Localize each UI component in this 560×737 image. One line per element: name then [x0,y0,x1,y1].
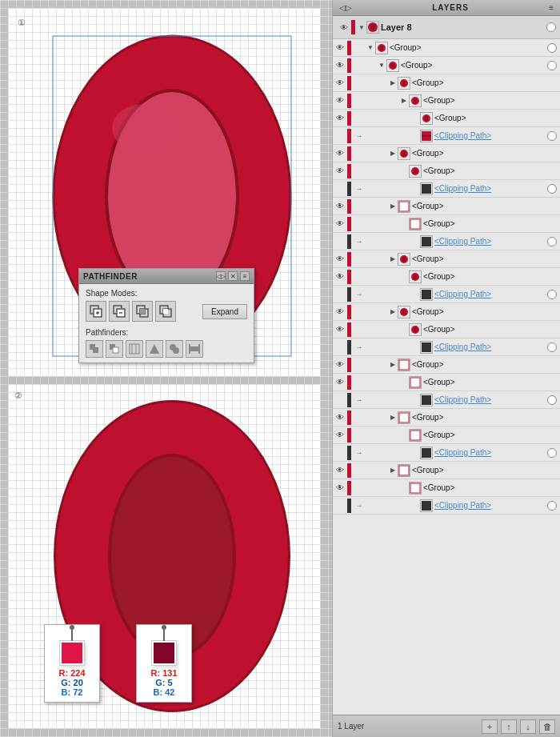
layer-triangle[interactable]: ▼ [366,43,375,53]
footer-btn-move-up[interactable]: ↑ [501,719,517,734]
layer-row[interactable]: 👁▶<Group> [333,198,560,215]
mode-intersect-btn[interactable] [132,301,153,322]
eye-icon[interactable] [333,391,347,409]
eye-icon[interactable]: 👁 [333,110,347,127]
footer-btn-move-down[interactable]: ↓ [520,719,536,734]
layer-row[interactable]: 👁▶<Group> [333,356,560,374]
eye-icon[interactable]: 👁 [333,303,347,321]
panel-menu-btn[interactable]: ≡ [240,271,250,281]
layer-triangle[interactable]: ▼ [377,61,386,70]
eye-icon[interactable]: 👁 [333,321,347,338]
layer-triangle[interactable]: ▶ [388,254,398,264]
layers-menu-icon[interactable]: ≡ [549,3,554,12]
layer-triangle[interactable] [399,166,409,176]
layer-row[interactable]: 👁▶<Group> [333,303,560,321]
layer-row[interactable]: 👁<Group> [333,374,560,391]
pf-btn-6[interactable] [186,340,203,358]
eye-icon[interactable]: 👁 [333,162,347,180]
layer-row[interactable]: 👁▶<Group> [333,74,560,92]
eye-icon[interactable]: 👁 [333,427,347,444]
eye-icon[interactable]: 👁 [333,145,347,162]
layer-triangle[interactable]: ▶ [388,360,398,370]
eye-icon[interactable]: 👁 [333,268,347,286]
layer-triangle[interactable] [399,272,409,282]
layer-row[interactable]: →<Clipping Path> [333,180,560,198]
layer-row[interactable]: 👁▶<Group> [333,409,560,427]
layer-row[interactable]: →<Clipping Path> [333,497,560,515]
layer-triangle[interactable] [410,114,420,123]
eye-icon[interactable]: 👁 [333,215,347,233]
pf-btn-1[interactable] [86,340,103,358]
mode-add-btn[interactable] [86,301,106,322]
pf-btn-3[interactable] [126,340,143,358]
eye-icon[interactable]: 👁 [333,39,347,57]
layer-triangle[interactable] [410,501,420,511]
mode-exclude-btn[interactable] [155,301,176,322]
layer-triangle[interactable]: ▶ [388,466,398,475]
eye-icon[interactable]: 👁 [333,409,347,427]
layer-row[interactable]: 👁<Group> [333,162,560,180]
pf-btn-5[interactable] [166,340,183,358]
eye-icon[interactable]: 👁 [333,462,347,479]
eye-icon[interactable]: 👁 [333,356,347,374]
collapse-icon[interactable]: ◁▷ [339,3,352,12]
layer-triangle[interactable] [399,378,409,387]
layer-row[interactable]: 👁<Group> [333,427,560,444]
eye-icon[interactable] [333,286,347,303]
panel-close-btn[interactable]: ✕ [228,271,238,281]
eye-icon[interactable] [333,180,347,198]
layer-triangle[interactable] [399,431,409,440]
pf-btn-2[interactable] [106,340,123,358]
layer-triangle[interactable] [399,219,409,229]
layer-row[interactable]: 👁<Group> [333,110,560,127]
layer-triangle[interactable]: ▶ [388,202,398,211]
eye-icon[interactable]: 👁 [333,479,347,497]
layer-row[interactable]: 👁▶<Group> [333,462,560,479]
layer-triangle[interactable]: ▶ [399,96,409,106]
layer-triangle[interactable] [410,237,420,246]
panel-resize-btn[interactable]: ◁▷ [216,271,226,281]
eye-icon[interactable] [333,127,347,145]
footer-btn-delete[interactable]: 🗑 [539,719,555,734]
eye-icon[interactable]: 👁 [333,198,347,215]
layer-triangle[interactable] [410,395,420,405]
layer-triangle[interactable]: ▶ [388,307,398,317]
layer-triangle[interactable] [399,325,409,334]
layer8-row[interactable]: 👁 ▼ Layer 8 [333,16,560,39]
eye-icon[interactable]: 👁 [333,250,347,268]
eye-icon[interactable] [333,233,347,250]
eye-icon[interactable]: 👁 [333,374,347,391]
eye-icon[interactable]: 👁 [333,74,347,92]
layer8-eye[interactable]: 👁 [337,18,351,36]
layer-row[interactable]: →<Clipping Path> [333,391,560,409]
layer-triangle[interactable] [410,290,420,299]
layer-row[interactable]: 👁<Group> [333,268,560,286]
eye-icon[interactable]: 👁 [333,92,347,110]
layer-triangle[interactable] [410,184,420,194]
layer-row[interactable]: 👁▶<Group> [333,92,560,110]
eye-icon[interactable] [333,444,347,462]
layer-triangle[interactable] [399,483,409,493]
eye-icon[interactable] [333,497,347,515]
layer-row[interactable]: 👁▼<Group> [333,57,560,74]
layer-row[interactable]: 👁<Group> [333,321,560,338]
layer-row[interactable]: 👁<Group> [333,215,560,233]
eye-icon[interactable] [333,338,347,356]
layer-row[interactable]: →<Clipping Path> [333,286,560,303]
layer-row[interactable]: 👁▶<Group> [333,250,560,268]
expand-button[interactable]: Expand [202,304,247,319]
footer-btn-new-layer[interactable]: + [482,719,498,734]
layer-triangle[interactable] [410,448,420,458]
layer-row[interactable]: →<Clipping Path> [333,444,560,462]
layer-row[interactable]: →<Clipping Path> [333,127,560,145]
pf-btn-4[interactable] [146,340,163,358]
layer8-triangle[interactable]: ▼ [357,22,366,32]
layer-row[interactable]: →<Clipping Path> [333,338,560,356]
layer-row[interactable]: 👁<Group> [333,479,560,497]
layer-triangle[interactable]: ▶ [388,149,398,158]
layer-triangle[interactable]: ▶ [388,413,398,423]
layer-triangle[interactable]: ▶ [388,78,398,88]
mode-minus-btn[interactable] [109,301,130,322]
layer-triangle[interactable] [410,131,420,141]
eye-icon[interactable]: 👁 [333,57,347,74]
